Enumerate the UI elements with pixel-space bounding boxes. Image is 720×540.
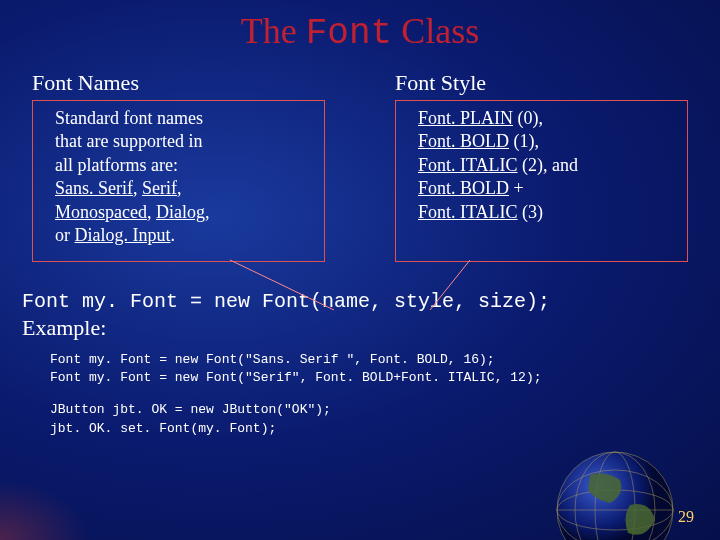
font-names-text: Standard font names that are supported i… (33, 107, 324, 247)
svg-point-5 (557, 470, 673, 540)
column-font-style: Font Style Font. PLAIN (0), Font. BOLD (… (395, 70, 688, 262)
title-post: Class (392, 11, 479, 51)
corner-decoration (0, 480, 90, 540)
title-mono: Font (306, 13, 392, 54)
box-font-names: Standard font names that are supported i… (32, 100, 325, 262)
box-font-style: Font. PLAIN (0), Font. BOLD (1), Font. I… (395, 100, 688, 262)
svg-point-7 (575, 452, 655, 540)
title-pre: The (241, 11, 306, 51)
font-style-text: Font. PLAIN (0), Font. BOLD (1), Font. I… (396, 107, 687, 224)
svg-point-2 (557, 452, 673, 540)
code-example-2: JButton jbt. OK = new JButton("OK"); jbt… (50, 401, 700, 437)
code-example-1: Font my. Font = new Font("Sans. Serif ",… (50, 351, 700, 387)
heading-font-style: Font Style (395, 70, 688, 96)
globe-decoration (550, 445, 680, 540)
svg-point-4 (557, 490, 673, 530)
svg-point-3 (557, 452, 673, 540)
svg-point-6 (595, 452, 635, 540)
slide-title: The Font Class (20, 10, 700, 54)
page-number: 29 (678, 508, 694, 526)
heading-font-names: Font Names (32, 70, 325, 96)
example-label: Example: (22, 315, 700, 341)
column-font-names: Font Names Standard font names that are … (32, 70, 325, 262)
font-constructor-code: Font my. Font = new Font(name, style, si… (22, 290, 700, 313)
